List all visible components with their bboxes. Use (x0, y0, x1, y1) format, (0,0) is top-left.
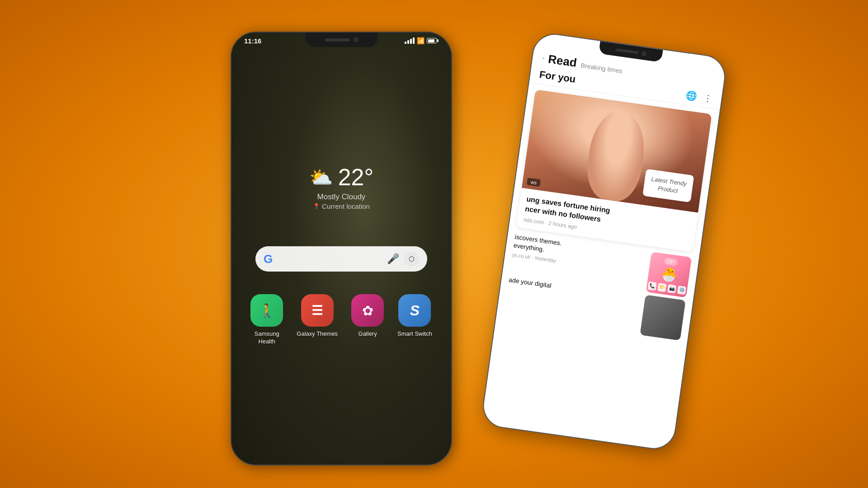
app-dock: 🚶 SamsungHealth ☰ Galaxy Themes ✿ (250, 294, 432, 346)
gallery-app[interactable]: ✿ Gallery (351, 294, 384, 338)
gallery-icon: ✿ (351, 294, 384, 327)
phone1-camera (354, 38, 358, 42)
phone1-bixby-button (231, 191, 231, 227)
bird-icon: 🐣 (660, 266, 679, 284)
voice-search-icon[interactable]: 🎤 (387, 253, 399, 265)
more-options-icon[interactable]: ⋮ (703, 92, 713, 104)
phone2-frame: · Read Breaking times For you 🌐 ⋮ (480, 31, 728, 452)
thumb-folder-icon: 📁 (657, 283, 666, 292)
news-app-subtitle: Breaking times (580, 61, 623, 75)
phone1-speaker (325, 38, 350, 42)
phone1: 11:16 📶 (231, 32, 452, 465)
lens-search-icon[interactable]: ⬡ (404, 251, 419, 267)
news-header-icons: 🌐 ⋮ (685, 89, 713, 104)
phone1-power-button (451, 123, 452, 159)
phone1-screen: 11:16 📶 (231, 33, 451, 465)
location-pin-icon: 📍 (313, 203, 320, 210)
news-app-title: · Read (541, 51, 578, 70)
battery-icon (427, 38, 439, 43)
news-card3-thumbnail (640, 295, 686, 341)
phone2-camera (642, 51, 646, 56)
phone1-volume-down-button (231, 145, 231, 182)
weather-description: Mostly Cloudy (317, 192, 366, 202)
samsung-health-app[interactable]: 🚶 SamsungHealth (250, 294, 283, 346)
news-card2-thumbnail: 19° 🐣 📞 📁 📷 ⚙️ (646, 252, 692, 298)
phone1-time: 11:16 (244, 37, 261, 45)
gallery-label: Gallery (359, 330, 377, 338)
weather-widget: ⛅ 22° Mostly Cloudy 📍 Current location (309, 164, 374, 210)
weather-location: 📍 Current location (313, 202, 370, 210)
galaxy-themes-icon: ☰ (301, 294, 334, 327)
thumb-camera-icon: 📷 (667, 284, 676, 293)
smart-switch-app[interactable]: S Smart Switch (397, 294, 432, 338)
weather-top: ⛅ 22° (309, 164, 374, 191)
signal-icon (405, 38, 415, 44)
smart-switch-label: Smart Switch (397, 330, 432, 338)
google-search-bar[interactable]: G 🎤 ⬡ (255, 246, 427, 272)
news-section-title: For you (538, 69, 576, 85)
wifi-icon: 📶 (417, 37, 425, 44)
news2-source: ys.co.uk (512, 252, 531, 260)
thumb-settings-icon: ⚙️ (677, 286, 686, 295)
phone2: · Read Breaking times For you 🌐 ⋮ (480, 31, 728, 452)
phone2-speaker (616, 48, 638, 54)
phone2-screen: · Read Breaking times For you 🌐 ⋮ (481, 32, 727, 451)
phone1-notch (305, 33, 377, 47)
phone1-volume-up-button (231, 114, 231, 136)
thumb-app-icons: 📞 📁 📷 ⚙️ (646, 281, 688, 295)
phone1-frame: 11:16 📶 (231, 32, 452, 465)
samsung-health-label: SamsungHealth (255, 330, 279, 346)
galaxy-themes-app[interactable]: ☰ Galaxy Themes (297, 294, 338, 338)
news2-time: Yesterday (534, 255, 557, 263)
globe-icon[interactable]: 🌐 (685, 89, 698, 102)
thumb-phone-icon: 📞 (647, 282, 656, 291)
news-source: nds.com (523, 216, 544, 225)
news-card-main[interactable]: Latest TrendyProduct ws ung saves fortun… (516, 89, 712, 252)
weather-icon: ⛅ (309, 166, 333, 188)
galaxy-themes-label: Galaxy Themes (297, 330, 338, 338)
news-time: 2 hours ago (548, 220, 577, 230)
google-logo: G (264, 252, 273, 266)
phone1-status-icons: 📶 (405, 37, 439, 44)
phones-container: 11:16 📶 (231, 23, 637, 465)
weather-temp: 22° (338, 164, 374, 191)
samsung-health-icon: 🚶 (250, 294, 283, 327)
smart-switch-icon: S (398, 294, 431, 327)
